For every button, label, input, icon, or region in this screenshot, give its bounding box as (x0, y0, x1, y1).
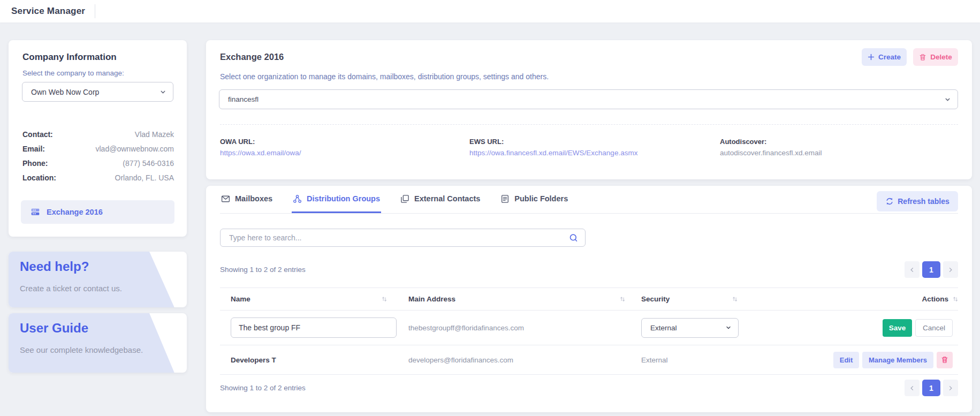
copy-icon (400, 194, 409, 203)
endpoint-label: EWS URL: (469, 138, 720, 146)
group-name-cell: Developers T (220, 356, 398, 364)
search-icon (569, 233, 578, 243)
tables-panel: Mailboxes Distribution Groups External C… (206, 186, 972, 412)
company-details: Contact: Vlad Mazek Email: vlad@ownwebno… (22, 127, 174, 185)
user-guide-card[interactable]: User Guide See our complete knowledgebas… (9, 313, 187, 373)
org-panel-description: Select one organization to manage its do… (220, 72, 549, 81)
security-select[interactable]: External (641, 318, 739, 338)
table-info-bottom: Showing 1 to 2 of 2 entries 1 (220, 379, 958, 397)
detail-row-email: Email: vlad@ownwebnow.com (22, 141, 174, 156)
plus-icon (868, 54, 875, 60)
save-button[interactable]: Save (883, 319, 912, 337)
cancel-button[interactable]: Cancel (915, 319, 953, 337)
pagination-bottom: 1 (905, 380, 958, 396)
need-help-card[interactable]: Need help? Create a ticket or contact us… (9, 252, 187, 307)
showing-entries-text: Showing 1 to 2 of 2 entries (220, 384, 306, 392)
ews-url-link[interactable]: https://owa.financesfl.xd.email/EWS/Exch… (469, 149, 637, 157)
chevron-down-icon (159, 88, 166, 95)
detail-value: (877) 546-0316 (123, 159, 174, 168)
tab-external-contacts[interactable]: External Contacts (399, 186, 481, 213)
column-header-name[interactable]: Name (220, 295, 398, 303)
chevron-right-icon (947, 385, 954, 391)
distribution-groups-table: Name Main Address Security (220, 288, 958, 375)
group-name-input[interactable] (231, 317, 397, 338)
next-page-button[interactable] (943, 380, 958, 396)
edit-button[interactable]: Edit (833, 352, 859, 368)
page-number-button[interactable]: 1 (922, 380, 940, 396)
next-page-button[interactable] (943, 261, 958, 278)
service-link-label: Exchange 2016 (47, 208, 103, 216)
sidebar-item-exchange-2016[interactable]: Exchange 2016 (21, 200, 174, 224)
endpoint-label: Autodiscover: (720, 138, 958, 146)
page-number-button[interactable]: 1 (922, 261, 940, 278)
search-box (220, 229, 586, 247)
tab-public-folders[interactable]: Public Folders (499, 186, 569, 213)
refresh-icon (885, 197, 894, 206)
service-manager-app: Service Manager Company Information Sele… (0, 0, 980, 416)
trash-icon (941, 356, 948, 364)
group-actions-cell: Edit Manage Members (748, 352, 958, 368)
owa-url-link[interactable]: https://owa.xd.email/owa/ (220, 149, 301, 157)
need-help-subtitle: Create a ticket or contact us. (20, 284, 122, 293)
tab-bar: Mailboxes Distribution Groups External C… (220, 186, 958, 214)
endpoint-autodiscover: Autodiscover: autodiscover.financesfl.xd… (720, 138, 958, 157)
group-security-cell: External (636, 356, 748, 364)
tab-mailboxes[interactable]: Mailboxes (220, 186, 274, 213)
chevron-down-icon (944, 96, 951, 103)
pagination-top: 1 (905, 261, 958, 278)
topbar: Service Manager (0, 0, 980, 22)
create-button[interactable]: Create (862, 48, 907, 66)
organization-select-value: financesfl (219, 95, 259, 103)
column-header-actions[interactable]: Actions (748, 295, 958, 303)
endpoint-ews: EWS URL: https://owa.financesfl.xd.email… (469, 138, 720, 157)
trash-icon (919, 54, 926, 61)
detail-label: Location: (22, 173, 56, 182)
refresh-tables-button[interactable]: Refresh tables (877, 191, 958, 211)
detail-label: Phone: (22, 159, 48, 168)
company-select-value: Own Web Now Corp (22, 88, 99, 96)
need-help-title: Need help? (20, 259, 89, 274)
envelope-icon (221, 194, 230, 203)
column-header-main-address[interactable]: Main Address (398, 295, 636, 303)
server-icon (31, 207, 40, 217)
table-row: Developers T developers@floridafinances.… (220, 345, 958, 375)
detail-row-phone: Phone: (877) 546-0316 (22, 156, 174, 170)
sort-icon (952, 296, 958, 302)
endpoint-label: OWA URL: (220, 138, 469, 146)
prev-page-button[interactable] (905, 380, 920, 396)
search-input[interactable] (221, 233, 569, 243)
endpoint-owa: OWA URL: https://owa.xd.email/owa/ (220, 138, 469, 157)
user-guide-subtitle: See our complete knowledgebase. (20, 345, 143, 354)
sort-icon (619, 296, 625, 302)
chevron-left-icon (909, 267, 915, 273)
chevron-left-icon (909, 385, 915, 391)
user-guide-title: User Guide (20, 321, 88, 336)
table-header-row: Name Main Address Security (220, 288, 958, 311)
chevron-right-icon (947, 267, 954, 273)
detail-value: Vlad Mazek (135, 130, 174, 139)
detail-value: vlad@ownwebnow.com (95, 145, 174, 153)
chevron-down-icon (725, 324, 732, 331)
prev-page-button[interactable] (905, 261, 920, 278)
table-info-top: Showing 1 to 2 of 2 entries 1 (220, 261, 958, 278)
detail-label: Contact: (22, 130, 53, 139)
detail-row-location: Location: Orlando, FL. USA (22, 170, 174, 185)
group-address-cell: developers@floridafinances.com (398, 356, 636, 364)
exchange-org-panel: Exchange 2016 Create Delete Select one o… (206, 40, 972, 179)
sitemap-icon (293, 194, 302, 203)
group-name-cell (220, 317, 398, 338)
app-title: Service Manager (11, 6, 85, 17)
column-header-security[interactable]: Security (636, 295, 748, 303)
company-select[interactable]: Own Web Now Corp (22, 82, 173, 102)
delete-button[interactable]: Delete (913, 48, 958, 66)
table-row: thebestgroupff@floridafinances.com Exter… (220, 311, 958, 345)
delete-group-button[interactable] (937, 352, 953, 368)
company-info-title: Company Information (22, 52, 117, 63)
organization-select[interactable]: financesfl (219, 89, 958, 109)
tab-distribution-groups[interactable]: Distribution Groups (292, 186, 381, 213)
manage-members-button[interactable]: Manage Members (862, 352, 933, 368)
sort-icon (381, 296, 387, 302)
company-information-card: Company Information Select the company t… (9, 40, 187, 237)
dashed-separator (220, 124, 958, 125)
endpoints-row: OWA URL: https://owa.xd.email/owa/ EWS U… (220, 138, 958, 157)
